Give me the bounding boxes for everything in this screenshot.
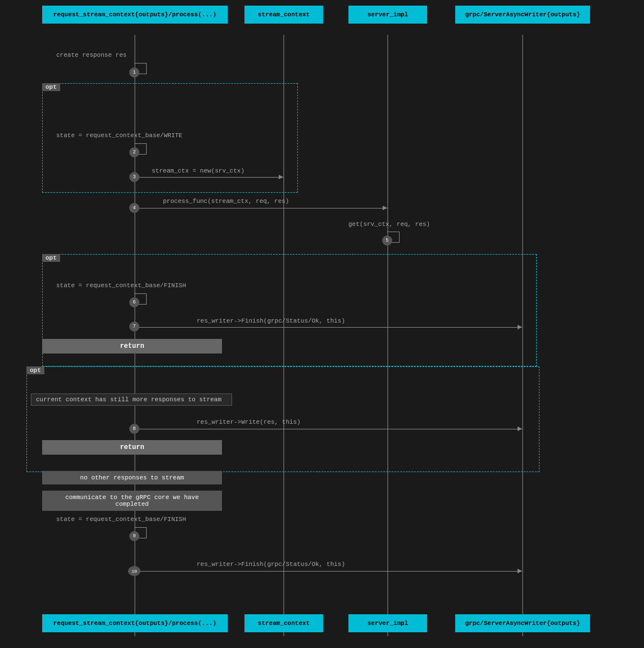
return-box-1: return <box>42 339 222 354</box>
label-get: get(srv_ctx, req, res) <box>348 221 430 228</box>
arrow-10 <box>134 571 522 572</box>
condition-more: current context has still more responses… <box>31 393 232 406</box>
arrow-7 <box>134 327 522 328</box>
step-8: 8 <box>129 424 139 434</box>
note-communicate: communicate to the gRPC core we have com… <box>42 491 222 511</box>
step-9: 9 <box>129 531 139 541</box>
lifeline-box-1: request_stream_context{outputs}/process(… <box>42 6 228 24</box>
arrow-4 <box>134 208 387 209</box>
lifeline-box-bottom-3: server_impl <box>348 614 427 632</box>
label-state-finish2: state = request_context_base/FINISH <box>56 516 186 523</box>
sequence-diagram: request_stream_context{outputs}/process(… <box>0 0 644 648</box>
label-res-write: res_writer->Write(res, this) <box>197 419 301 425</box>
label-state-finish1: state = request_context_base/FINISH <box>56 282 186 289</box>
note-no-other: no other responses to stream <box>42 471 222 484</box>
label-stream-ctx: stream_ctx = new(srv_ctx) <box>152 167 244 174</box>
step-5: 5 <box>382 235 392 246</box>
label-res-finish2: res_writer->Finish(grpc/Status/Ok, this) <box>197 561 345 568</box>
step-4: 4 <box>129 203 139 213</box>
lifeline-box-3: server_impl <box>348 6 427 24</box>
lifeline-box-bottom-1: request_stream_context{outputs}/process(… <box>42 614 228 632</box>
lifeline-box-bottom-2: stream_context <box>244 614 323 632</box>
label-create-response: create response res <box>56 52 126 58</box>
lifeline-box-bottom-4: grpc/ServerAsyncWriter{outputs} <box>455 614 590 632</box>
label-state-write: state = request_context_base/WRITE <box>56 132 182 139</box>
step-7: 7 <box>129 321 139 332</box>
step-3: 3 <box>129 172 139 182</box>
step-1: 1 <box>129 67 139 78</box>
arrow-8 <box>134 429 522 429</box>
lifeline-box-4: grpc/ServerAsyncWriter{outputs} <box>455 6 590 24</box>
arrow-3 <box>134 177 283 178</box>
return-box-2: return <box>42 440 222 455</box>
step-6: 6 <box>129 297 139 307</box>
label-res-finish1: res_writer->Finish(grpc/Status/Ok, this) <box>197 318 345 324</box>
step-10: 10 <box>128 566 140 576</box>
lifeline-box-2: stream_context <box>244 6 323 24</box>
step-2: 2 <box>129 147 139 157</box>
label-process-func: process_func(stream_ctx, req, res) <box>163 198 289 205</box>
